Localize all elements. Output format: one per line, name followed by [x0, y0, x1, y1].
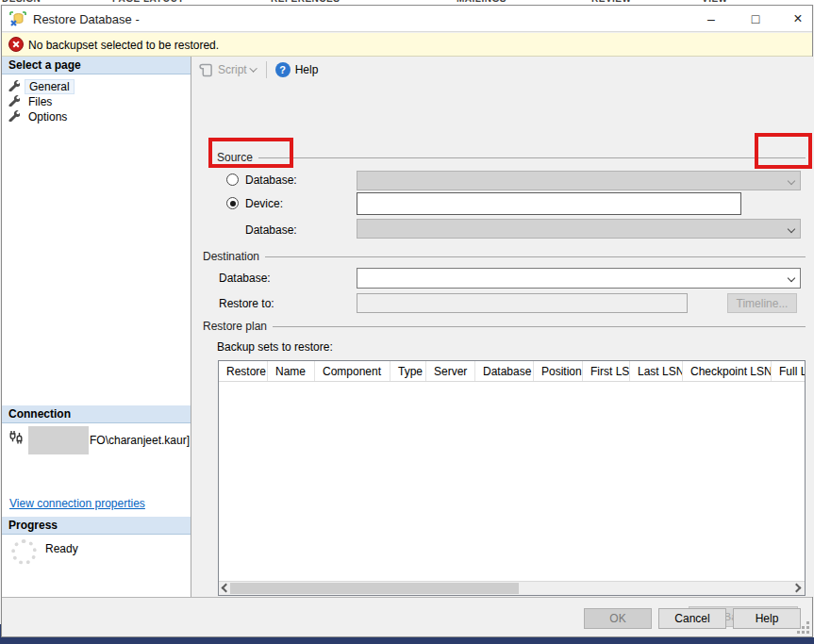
- backup-sets-table[interactable]: Restore Name Component Type Server Datab…: [218, 360, 806, 596]
- timeline-button: Timeline...: [727, 293, 797, 313]
- connection-user: FO\charanjeet.kaur]: [90, 434, 190, 447]
- title-bar[interactable]: Restore Database - – □ ×: [2, 6, 812, 32]
- view-connection-properties-link[interactable]: View connection properties: [9, 497, 145, 510]
- device-radio[interactable]: [226, 197, 239, 209]
- sidebar-item-label: General: [25, 79, 75, 94]
- connection-header: Connection: [2, 405, 191, 423]
- column-header[interactable]: Component: [315, 361, 390, 381]
- group-divider: [273, 326, 806, 327]
- chevron-down-icon: [249, 64, 257, 72]
- chevron-down-icon: [788, 177, 795, 185]
- bg-ribbon-tab: REFERENCES: [271, 0, 340, 4]
- close-button[interactable]: ×: [787, 8, 809, 29]
- scroll-left-icon[interactable]: [223, 585, 230, 592]
- destination-database-label: Database:: [219, 272, 271, 285]
- warning-bar: No backupset selected to be restored.: [2, 33, 812, 57]
- help-label: Help: [295, 63, 319, 76]
- progress-spinner-icon: [11, 539, 37, 565]
- script-button[interactable]: Script: [198, 62, 257, 77]
- horizontal-scrollbar[interactable]: [219, 581, 805, 595]
- wrench-icon: [8, 94, 20, 109]
- device-radio-label: Device:: [245, 197, 283, 210]
- column-header[interactable]: Server: [426, 361, 475, 381]
- source-database-combo: [357, 171, 801, 190]
- main-panel: Script ? Help Source Database: Device: .…: [192, 57, 814, 597]
- cancel-button[interactable]: Cancel: [658, 608, 726, 629]
- source-group-label: Source: [217, 151, 806, 164]
- screenshot-root: DESIGN PAGE LAYOUT REFERENCES MAILINGS R…: [0, 0, 814, 644]
- restore-to-label: Restore to:: [219, 297, 274, 310]
- restore-database-icon: [9, 11, 26, 30]
- sidebar: Select a page General Files Options Con: [2, 57, 191, 597]
- scrollbar-thumb[interactable]: [230, 583, 519, 594]
- script-icon: [198, 62, 213, 77]
- connection-plug-icon: [8, 430, 24, 448]
- minimize-button[interactable]: –: [700, 8, 723, 29]
- device-path-input[interactable]: [357, 192, 741, 215]
- restore-plan-group-label: Restore plan: [203, 320, 806, 333]
- source-database-select-label: Database:: [245, 223, 297, 237]
- wrench-icon: [8, 109, 20, 124]
- bg-ribbon-tab: MAILINGS: [457, 0, 507, 4]
- maximize-button[interactable]: □: [744, 8, 767, 29]
- warning-text: No backupset selected to be restored.: [28, 39, 219, 52]
- group-divider: [265, 256, 806, 257]
- database-radio-label: Database:: [245, 173, 297, 187]
- column-header[interactable]: Type: [390, 361, 426, 381]
- error-icon: [8, 37, 24, 52]
- backup-sets-label: Backup sets to restore:: [217, 340, 333, 354]
- bg-ribbon-tab: VIEW: [702, 0, 728, 4]
- column-header[interactable]: First LSN: [583, 361, 630, 381]
- wrench-icon: [8, 79, 20, 94]
- sidebar-item-label: Options: [25, 110, 71, 124]
- toolbar: Script ? Help: [192, 57, 814, 83]
- script-label: Script: [218, 63, 247, 76]
- ok-button[interactable]: OK: [584, 608, 652, 629]
- window-title: Restore Database -: [33, 12, 140, 26]
- bg-ribbon-tab: REVIEW: [591, 0, 631, 4]
- device-database-combo: [357, 219, 801, 239]
- column-header[interactable]: Checkpoint LSN: [683, 361, 772, 381]
- bg-ribbon-tab: PAGE LAYOUT: [112, 0, 184, 4]
- help-toolbar-button[interactable]: ? Help: [275, 62, 319, 77]
- destination-group-label: Destination: [203, 250, 806, 263]
- restore-database-dialog: Restore Database - – □ × No backupset se…: [1, 5, 813, 637]
- sidebar-item-label: Files: [25, 95, 56, 108]
- bg-ribbon-tab: DESIGN: [2, 0, 41, 4]
- chevron-down-icon: [788, 225, 795, 233]
- select-a-page-header: Select a page: [2, 57, 191, 74]
- help-icon: ?: [275, 62, 291, 77]
- resize-grip[interactable]: [797, 621, 809, 634]
- sidebar-item-general[interactable]: General: [8, 78, 75, 94]
- toolbar-separator: [266, 61, 267, 78]
- chevron-down-icon: [788, 274, 795, 282]
- column-header[interactable]: Name: [268, 361, 315, 381]
- column-header[interactable]: Position: [534, 361, 583, 381]
- sidebar-item-options[interactable]: Options: [8, 108, 71, 124]
- group-divider: [258, 157, 806, 158]
- background-statusbar: [0, 637, 814, 644]
- help-button[interactable]: Help: [733, 608, 801, 629]
- restore-to-input: [357, 293, 688, 313]
- database-radio[interactable]: [226, 173, 239, 186]
- footer-divider: [2, 597, 812, 598]
- column-header[interactable]: Full LSN: [772, 361, 806, 381]
- column-header[interactable]: Restore: [219, 361, 268, 381]
- progress-header: Progress: [2, 517, 191, 535]
- column-header[interactable]: Last LSN: [630, 361, 683, 381]
- column-header[interactable]: Database: [475, 361, 534, 381]
- redacted-server-name: [28, 426, 89, 454]
- table-header-row: Restore Name Component Type Server Datab…: [219, 361, 805, 382]
- destination-database-combo[interactable]: [357, 268, 801, 289]
- progress-status: Ready: [45, 542, 78, 555]
- sidebar-item-files[interactable]: Files: [8, 93, 56, 109]
- scroll-right-icon[interactable]: [793, 585, 801, 592]
